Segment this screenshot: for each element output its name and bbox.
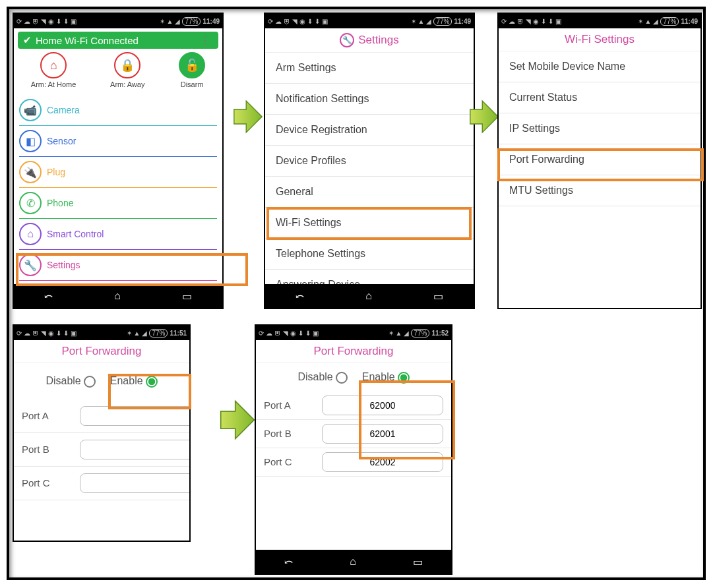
smart-control-icon: ⌂ (19, 223, 42, 245)
refresh-icon: ⟳ (16, 18, 22, 25)
item-device-registration[interactable]: Device Registration (265, 115, 474, 146)
bt-icon: ✶ (160, 18, 165, 25)
screen-home: ⟳ ☁ ⛨ ◥ ◉ ⬇ ⬇ ▣ ✶ ▲ ◢ 77% 11:49 ✔ Home W… (13, 13, 224, 309)
back-icon[interactable]: ⤺ (284, 556, 293, 568)
cloud-icon: ☁ (24, 18, 30, 25)
item-notification-settings[interactable]: Notification Settings (265, 84, 474, 115)
port-a-label: Port A (22, 410, 75, 421)
item-telephone-settings[interactable]: Telephone Settings (265, 239, 474, 270)
disarm-button[interactable]: 🔓 Disarm (179, 52, 205, 88)
settings-title: Settings (358, 34, 398, 47)
status-bar: ⟳ ☁ ⛨ ◥ ◉ ⬇ ⬇ ▣ ✶ ▲ ◢ 77% 11:49 (14, 14, 222, 28)
page-title: Wi-Fi Settings (499, 28, 700, 51)
home-icon[interactable]: ⌂ (365, 290, 372, 302)
arm-at-home-button[interactable]: ⌂ Arm: At Home (31, 52, 76, 88)
item-current-status[interactable]: Current Status (499, 82, 700, 113)
item-general[interactable]: General (265, 177, 474, 208)
item-set-mobile-device-name[interactable]: Set Mobile Device Name (499, 51, 700, 82)
pin-icon: ◥ (41, 18, 46, 25)
recent-icon[interactable]: ▭ (413, 556, 423, 568)
nav-phone[interactable]: ✆ Phone (19, 188, 217, 219)
port-b-label: Port B (264, 428, 317, 439)
arrow-icon (233, 98, 263, 135)
home-icon[interactable]: ⌂ (114, 290, 121, 302)
radio-disable[interactable]: Disable (297, 371, 347, 384)
status-bar: ⟳☁⛨◥◉⬇⬇▣ ✶▲◢ 77% 11:49 (265, 14, 474, 28)
item-wifi-settings[interactable]: Wi-Fi Settings (265, 208, 474, 239)
refresh-icon: ⟳ (268, 18, 273, 25)
nav-plug[interactable]: 🔌 Plug (19, 157, 217, 188)
arm-away-button[interactable]: 🔒 Arm: Away (110, 52, 144, 88)
phone-label: Phone (47, 198, 73, 208)
port-a-input[interactable] (322, 396, 443, 415)
overflow-icon[interactable]: ⋮ (198, 34, 213, 46)
radio-off-icon (336, 372, 348, 384)
status-bar: ⟳☁⛨◥◉⬇⬇▣ ✶▲◢ 77% 11:52 (256, 326, 451, 340)
battery-icon: 77% (433, 17, 452, 26)
home-lock-icon: ⌂ (40, 52, 67, 78)
port-c-input[interactable] (322, 452, 443, 472)
disable-label: Disable (46, 375, 80, 386)
port-b-input[interactable] (80, 440, 189, 459)
item-device-profiles[interactable]: Device Profiles (265, 146, 474, 177)
signal-icon: ◢ (175, 18, 180, 25)
shield-icon: ⛨ (32, 18, 39, 25)
recent-icon[interactable]: ▭ (182, 290, 192, 303)
screen-port-forwarding-empty: ⟳☁⛨◥◉⬇⬇▣ ✶▲◢ 77% 11:51 Port Forwarding D… (13, 324, 191, 542)
back-icon[interactable]: ⤺ (44, 290, 53, 303)
nav-smart-control[interactable]: ⌂ Smart Control (19, 219, 217, 250)
nav-settings[interactable]: 🔧 Settings (19, 250, 217, 281)
android-nav-bar: ⤺ ⌂ ▭ (14, 284, 222, 308)
arrow-icon (469, 98, 499, 135)
msg-icon: ◉ (48, 18, 54, 25)
page-title: Port Forwarding (14, 340, 189, 363)
banner-text: Home Wi-Fi Connected (36, 35, 139, 46)
smart-label: Smart Control (47, 229, 104, 239)
disarm-label: Disarm (181, 80, 204, 88)
port-c-label: Port C (264, 456, 317, 467)
sensor-icon: ◧ (19, 130, 42, 152)
page-title: Port Forwarding (256, 340, 451, 363)
status-bar: ⟳☁⛨◥◉⬇⬇▣ ✶▲◢ 77% 11:49 (499, 14, 700, 28)
port-c-input[interactable] (80, 473, 189, 493)
screen-port-forwarding-filled: ⟳☁⛨◥◉⬇⬇▣ ✶▲◢ 77% 11:52 Port Forwarding D… (255, 324, 452, 575)
arrow-icon (219, 398, 256, 442)
item-port-forwarding[interactable]: Port Forwarding (499, 144, 700, 175)
item-arm-settings[interactable]: Arm Settings (265, 53, 474, 84)
camera-label: Camera (47, 105, 80, 115)
sensor-label: Sensor (47, 136, 76, 146)
item-answering-device[interactable]: Answering Device (265, 270, 474, 284)
battery-icon: 77% (411, 329, 429, 338)
port-b-input[interactable] (322, 424, 443, 444)
radio-on-icon (146, 376, 158, 388)
arm-home-label: Arm: At Home (31, 80, 76, 88)
radio-on-icon (398, 372, 410, 384)
nav-sensor[interactable]: ◧ Sensor (19, 126, 217, 157)
arm-away-label: Arm: Away (110, 80, 144, 88)
battery-icon: 77% (660, 17, 679, 26)
lock-icon: 🔒 (114, 52, 140, 78)
nav-camera[interactable]: 📹 Camera (19, 95, 217, 126)
camera-icon: 📹 (19, 99, 42, 121)
port-a-input[interactable] (80, 406, 189, 426)
status-time: 11:49 (681, 18, 698, 25)
home-icon[interactable]: ⌂ (350, 556, 356, 568)
dl2-icon: ⬇ (63, 18, 69, 25)
status-time: 11:49 (454, 18, 471, 25)
chat-icon: ▣ (71, 18, 77, 25)
radio-disable[interactable]: Disable (46, 375, 95, 388)
wrench-icon: 🔧 (340, 33, 354, 47)
port-forwarding-title: Port Forwarding (62, 345, 142, 358)
radio-enable[interactable]: Enable (362, 371, 410, 384)
item-ip-settings[interactable]: IP Settings (499, 113, 700, 144)
port-c-label: Port C (22, 477, 75, 488)
phone-icon: ✆ (19, 192, 42, 214)
port-b-label: Port B (22, 444, 75, 455)
screen-wifi-settings: ⟳☁⛨◥◉⬇⬇▣ ✶▲◢ 77% 11:49 Wi-Fi Settings Se… (497, 13, 702, 309)
back-icon[interactable]: ⤺ (295, 290, 304, 303)
item-mtu-settings[interactable]: MTU Settings (499, 175, 700, 206)
settings-icon: 🔧 (19, 254, 42, 276)
plug-label: Plug (47, 167, 65, 177)
radio-enable[interactable]: Enable (110, 375, 158, 388)
recent-icon[interactable]: ▭ (433, 290, 443, 303)
